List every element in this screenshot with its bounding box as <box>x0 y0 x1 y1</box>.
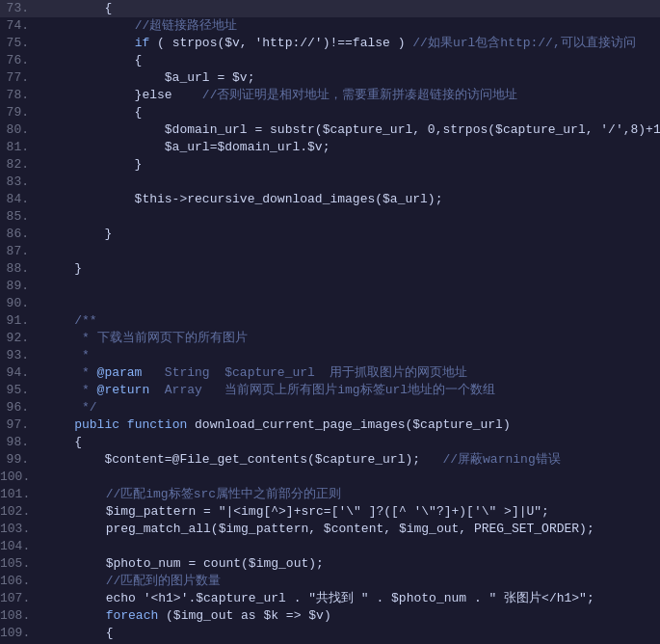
line-number: 99. <box>0 451 40 469</box>
line-content: } <box>40 156 660 174</box>
code-line: 95. * @return Array 当前网页上所有图片img标签url地址的… <box>0 382 660 399</box>
line-number: 90. <box>0 295 40 312</box>
line-content: if ( strpos($v, 'http://')!==false ) //如… <box>40 35 660 52</box>
line-content: preg_match_all($img_pattern, $content, $… <box>41 521 660 538</box>
code-line: 109. { <box>0 625 660 642</box>
line-number: 102. <box>0 503 41 521</box>
code-line: 76. { <box>0 52 660 69</box>
line-number: 88. <box>0 260 40 278</box>
line-content: //超链接路径地址 <box>40 17 660 35</box>
code-line: 94. * @param String $capture_url 用于抓取图片的… <box>0 364 660 382</box>
line-content: */ <box>40 399 660 416</box>
code-line: 80. $domain_url = substr($capture_url, 0… <box>0 121 660 139</box>
line-number: 96. <box>0 399 40 416</box>
line-number: 84. <box>0 191 40 208</box>
line-number: 103. <box>0 521 41 538</box>
line-number: 97. <box>0 416 40 434</box>
code-line: 88. } <box>0 260 660 278</box>
line-content: $a_url=$domain_url.$v; <box>40 139 660 156</box>
line-content: * 下载当前网页下的所有图片 <box>40 330 660 347</box>
line-content: $this->recursive_download_images($a_url)… <box>40 191 660 208</box>
code-line: 84. $this->recursive_download_images($a_… <box>0 191 660 208</box>
code-line: 78. }else //否则证明是相对地址，需要重新拼凑超链接的访问地址 <box>0 87 660 104</box>
code-line: 93. * <box>0 347 660 364</box>
line-number: 105. <box>0 555 41 573</box>
code-line: 75. if ( strpos($v, 'http://')!==false )… <box>0 35 660 52</box>
line-number: 106. <box>0 573 41 590</box>
line-content: /** <box>40 312 660 330</box>
line-number: 75. <box>0 35 40 52</box>
code-editor: 73. {74. //超链接路径地址75. if ( strpos($v, 'h… <box>0 0 660 644</box>
code-line: 90. <box>0 295 660 312</box>
line-number: 92. <box>0 330 40 347</box>
line-content: $img_pattern = "|<img[^>]+src=['\" ]?([^… <box>41 503 660 521</box>
line-number: 73. <box>0 0 40 17</box>
code-line: 92. * 下载当前网页下的所有图片 <box>0 330 660 347</box>
line-content: } <box>40 260 660 278</box>
line-content: $domain_url = substr($capture_url, 0,str… <box>40 121 660 139</box>
line-number: 108. <box>0 607 41 625</box>
line-number: 95. <box>0 382 40 399</box>
code-line: 87. <box>0 243 660 260</box>
code-line: 105. $photo_num = count($img_out); <box>0 555 660 573</box>
code-line: 85. <box>0 208 660 226</box>
line-number: 80. <box>0 121 40 139</box>
code-line: 82. } <box>0 156 660 174</box>
code-line: 74. //超链接路径地址 <box>0 17 660 35</box>
line-content: public function download_current_page_im… <box>40 416 660 434</box>
line-number: 107. <box>0 590 41 607</box>
line-number: 87. <box>0 243 40 260</box>
line-content: } <box>40 226 660 243</box>
line-number: 74. <box>0 17 40 35</box>
code-line: 98. { <box>0 434 660 451</box>
line-number: 76. <box>0 52 40 69</box>
line-number: 81. <box>0 139 40 156</box>
code-line: 97. public function download_current_pag… <box>0 416 660 434</box>
code-line: 81. $a_url=$domain_url.$v; <box>0 139 660 156</box>
code-line: 96. */ <box>0 399 660 416</box>
line-content: $photo_num = count($img_out); <box>41 555 660 573</box>
line-number: 100. <box>0 469 41 486</box>
line-content: echo '<h1>'.$capture_url . "共找到 " . $pho… <box>41 590 660 607</box>
line-content: foreach ($img_out as $k => $v) <box>41 607 660 625</box>
line-content: $content=@File_get_contents($capture_url… <box>40 451 660 469</box>
line-content: { <box>40 52 660 69</box>
line-content: { <box>40 434 660 451</box>
line-number: 82. <box>0 156 40 174</box>
line-content: $a_url = $v; <box>40 69 660 87</box>
code-line: 106. //匹配到的图片数量 <box>0 573 660 590</box>
code-line: 107. echo '<h1>'.$capture_url . "共找到 " .… <box>0 590 660 607</box>
code-line: 101. //匹配img标签src属性中之前部分的正则 <box>0 486 660 503</box>
line-content: }else //否则证明是相对地址，需要重新拼凑超链接的访问地址 <box>40 87 660 104</box>
line-number: 85. <box>0 208 40 226</box>
line-number: 89. <box>0 278 40 295</box>
line-content: { <box>40 104 660 121</box>
line-number: 79. <box>0 104 40 121</box>
code-line: 86. } <box>0 226 660 243</box>
code-line: 104. <box>0 538 660 555</box>
line-number: 93. <box>0 347 40 364</box>
line-content: //匹配到的图片数量 <box>41 573 660 590</box>
code-line: 100. <box>0 469 660 486</box>
line-content: { <box>40 0 660 17</box>
line-number: 98. <box>0 434 40 451</box>
line-content: //匹配img标签src属性中之前部分的正则 <box>41 486 660 503</box>
line-content: * @return Array 当前网页上所有图片img标签url地址的一个数组 <box>40 382 660 399</box>
code-line: 102. $img_pattern = "|<img[^>]+src=['\" … <box>0 503 660 521</box>
line-number: 109. <box>0 625 41 642</box>
code-line: 99. $content=@File_get_contents($capture… <box>0 451 660 469</box>
line-number: 101. <box>0 486 41 503</box>
code-line: 83. <box>0 174 660 191</box>
line-number: 94. <box>0 364 40 382</box>
code-line: 91. /** <box>0 312 660 330</box>
line-content: { <box>41 625 660 642</box>
code-line: 103. preg_match_all($img_pattern, $conte… <box>0 521 660 538</box>
line-number: 104. <box>0 538 41 555</box>
line-number: 77. <box>0 69 40 87</box>
line-number: 86. <box>0 226 40 243</box>
code-line: 79. { <box>0 104 660 121</box>
line-number: 83. <box>0 174 40 191</box>
line-number: 91. <box>0 312 40 330</box>
line-content: * @param String $capture_url 用于抓取图片的网页地址 <box>40 364 660 382</box>
code-line: 89. <box>0 278 660 295</box>
